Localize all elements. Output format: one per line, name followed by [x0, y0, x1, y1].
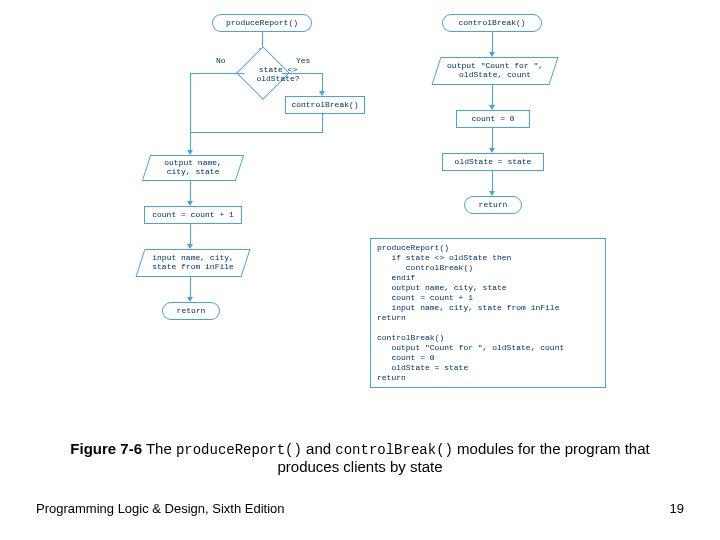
left-call-label: controlBreak() — [291, 101, 358, 110]
right-assign1-box: count = 0 — [456, 110, 530, 128]
left-return-label: return — [177, 307, 206, 316]
flow-line — [492, 32, 493, 54]
code-line: input name, city, state from inFile — [377, 303, 559, 312]
flow-line — [492, 128, 493, 150]
code-line: controlBreak() — [377, 263, 473, 272]
left-call-box: controlBreak() — [285, 96, 365, 114]
left-assign-label: count = count + 1 — [152, 211, 234, 220]
decision-no-label: No — [216, 56, 226, 65]
caption-text: The — [142, 440, 176, 457]
right-start-capsule: controlBreak() — [442, 14, 542, 32]
caption-code1: produceReport() — [176, 442, 302, 458]
footer-page-number: 19 — [670, 501, 684, 516]
diagram-area: produceReport() state <> oldState? No Ye… — [120, 12, 600, 412]
flow-line — [492, 171, 493, 193]
flow-line — [190, 132, 191, 152]
caption-text: and — [302, 440, 335, 457]
right-start-label: controlBreak() — [458, 19, 525, 28]
flow-line — [190, 73, 191, 132]
flow-line — [492, 85, 493, 107]
code-line: count = count + 1 — [377, 293, 473, 302]
code-line: endif — [377, 273, 415, 282]
left-output-label: output name, city, state — [153, 159, 233, 177]
right-return-capsule: return — [464, 196, 522, 214]
right-output-io: output "Count for ", oldState, count — [431, 57, 558, 85]
code-line: produceReport() — [377, 243, 449, 252]
flow-line — [190, 73, 244, 74]
footer-book-title: Programming Logic & Design, Sixth Editio… — [36, 501, 285, 516]
left-input-label: input name, city, state from inFile — [147, 254, 239, 272]
code-line: oldState = state — [377, 363, 468, 372]
pseudocode-panel: produceReport() if state <> oldState the… — [370, 238, 606, 388]
left-start-label: produceReport() — [226, 19, 298, 28]
caption-prefix: Figure 7-6 — [70, 440, 142, 457]
right-output-label: output "Count for ", oldState, count — [443, 62, 547, 80]
code-line: output "Count for ", oldState, count — [377, 343, 564, 352]
left-input-io: input name, city, state from inFile — [135, 249, 250, 277]
right-assign2-label: oldState = state — [455, 158, 532, 167]
code-line: return — [377, 313, 406, 322]
flow-line — [190, 224, 191, 246]
left-output-io: output name, city, state — [142, 155, 244, 181]
code-line: if state <> oldState then — [377, 253, 511, 262]
flow-line — [322, 73, 323, 93]
flow-line — [190, 277, 191, 299]
left-start-capsule: produceReport() — [212, 14, 312, 32]
left-assign-box: count = count + 1 — [144, 206, 242, 224]
right-return-label: return — [479, 201, 508, 210]
code-line: return — [377, 373, 406, 382]
code-line: output name, city, state — [377, 283, 507, 292]
left-decision-label: state <> oldState? — [248, 66, 308, 84]
code-line: controlBreak() — [377, 333, 444, 342]
left-return-capsule: return — [162, 302, 220, 320]
code-line: count = 0 — [377, 353, 435, 362]
flow-line — [190, 181, 191, 203]
right-assign1-label: count = 0 — [471, 115, 514, 124]
flow-line — [282, 73, 322, 74]
flow-line — [322, 114, 323, 132]
flow-line — [190, 132, 323, 133]
decision-yes-label: Yes — [296, 56, 310, 65]
caption-code2: controlBreak() — [335, 442, 453, 458]
figure-caption: Figure 7-6 The produceReport() and contr… — [50, 440, 670, 475]
right-assign2-box: oldState = state — [442, 153, 544, 171]
page: produceReport() state <> oldState? No Ye… — [0, 0, 720, 540]
